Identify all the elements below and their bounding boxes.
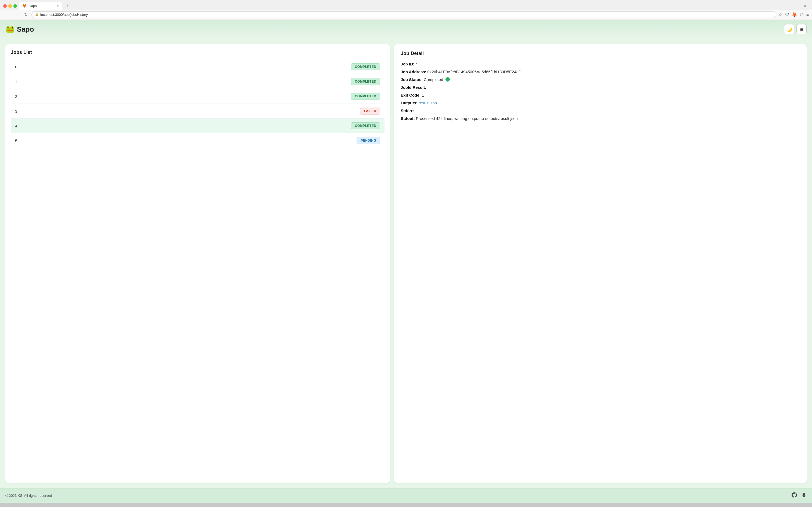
extension-icon-2[interactable]: 🦊 — [792, 12, 797, 17]
github-icon[interactable] — [792, 492, 797, 499]
exit-code-label: Exit Code: — [401, 93, 420, 97]
job-status-badge-4: COMPLETED — [351, 122, 380, 129]
browser-nav-bar: ← → ↻ 🔒 localhost:3000/app/jobsHistory ☆… — [0, 10, 812, 19]
detail-row-stdout: Stdout: Processed 424 lines, writting ou… — [401, 116, 800, 121]
stderr-label: Stderr: — [401, 108, 414, 113]
extension-icon-1[interactable]: 🛡 — [785, 12, 789, 17]
browser-titlebar: 🦊 Sapo × + ∨ — [0, 0, 812, 10]
job-status-badge-3: FAILED — [360, 108, 380, 115]
detail-row-exit-code: Exit Code: 1 — [401, 93, 800, 97]
detail-row-jobid-result: JobId Result: — [401, 85, 800, 90]
header-buttons: 🌙 ▦ — [784, 24, 807, 34]
jobs-table: 0 COMPLETED 1 COMPLETED 2 COMPLETED 3 FA… — [11, 60, 385, 148]
browser-nav-right: ☆ 🛡 🦊 ⬡ ≡ — [778, 12, 809, 17]
browser-menu-dots[interactable]: ≡ — [806, 12, 809, 17]
detail-row-stderr: Stderr: — [401, 108, 800, 113]
back-button[interactable]: ← — [3, 12, 11, 18]
address-bar[interactable]: 🔒 localhost:3000/app/jobsHistory — [32, 11, 776, 18]
browser-menu-icon[interactable]: ∨ — [803, 3, 809, 9]
job-index-2: 2 — [15, 94, 17, 99]
detail-panel-title: Job Detail — [401, 51, 800, 56]
job-status-badge-1: COMPLETED — [351, 78, 380, 85]
job-row-0[interactable]: 0 COMPLETED — [11, 60, 385, 74]
lock-icon: 🔒 — [35, 13, 39, 16]
detail-panel: Job Detail Job ID: 4 Job Address: 0x26b4… — [394, 44, 807, 483]
browser-extensions-icon[interactable]: ⬡ — [800, 12, 804, 17]
grid-view-button[interactable]: ▦ — [797, 24, 807, 34]
close-window-button[interactable] — [3, 4, 7, 8]
job-id-value: 4 — [415, 62, 417, 66]
job-index-0: 0 — [15, 65, 17, 69]
job-status-label: Job Status: — [401, 77, 423, 82]
jobs-list-title: Jobs List — [11, 50, 385, 55]
exit-code-value: 1 — [422, 93, 424, 97]
jobid-result-label: JobId Result: — [401, 85, 426, 90]
job-index-5: 5 — [15, 138, 17, 143]
forward-button[interactable]: → — [13, 12, 20, 18]
detail-row-job-id: Job ID: 4 — [401, 62, 800, 66]
job-status-badge-5: PENDING — [357, 137, 380, 144]
status-completed-icon — [446, 77, 450, 81]
footer-icons — [792, 492, 807, 499]
job-row-1[interactable]: 1 COMPLETED — [11, 74, 385, 89]
main-content: Jobs List 0 COMPLETED 1 COMPLETED 2 COMP… — [0, 39, 812, 488]
job-status-badge-2: COMPLETED — [351, 93, 380, 100]
tab-label: Sapo — [29, 4, 37, 8]
footer-copyright: © 2023 KS. All rights reserved — [5, 494, 52, 498]
dark-mode-button[interactable]: 🌙 — [784, 24, 794, 34]
detail-row-outputs: Outputs: result.json — [401, 101, 800, 105]
job-status-value: Completed — [424, 77, 443, 82]
job-id-label: Job ID: — [401, 62, 414, 66]
app-footer: © 2023 KS. All rights reserved — [0, 488, 812, 503]
job-row-5[interactable]: 5 PENDING — [11, 133, 385, 148]
refresh-button[interactable]: ↻ — [22, 11, 29, 18]
minimize-window-button[interactable] — [8, 4, 12, 8]
job-row-4[interactable]: 4 COMPLETED — [11, 119, 385, 133]
app-container: 🐸 Sapo 🌙 ▦ Jobs List 0 COMPLETED 1 — [0, 20, 812, 503]
logo-text: Sapo — [17, 25, 34, 34]
bookmark-icon[interactable]: ☆ — [778, 12, 782, 17]
logo-emoji: 🐸 — [5, 25, 15, 34]
job-index-1: 1 — [15, 79, 17, 84]
tab-close-button[interactable]: × — [57, 4, 59, 8]
job-address-value: 0x26b41E0Afe8B14945006Aa5d65f1bf130D5E24… — [427, 69, 521, 74]
detail-row-job-status: Job Status: Completed — [401, 77, 800, 82]
job-status-badge-0: COMPLETED — [351, 63, 380, 70]
grid-icon: ▦ — [800, 27, 804, 32]
stdout-label: Stdout: — [401, 116, 415, 121]
job-address-label: Job Address: — [401, 69, 426, 74]
dark-mode-icon: 🌙 — [786, 26, 792, 32]
maximize-window-button[interactable] — [13, 4, 17, 8]
url-text: localhost:3000/app/jobsHistory — [40, 13, 88, 17]
app-header: 🐸 Sapo 🌙 ▦ — [0, 20, 812, 39]
window-controls — [3, 4, 17, 8]
app-logo: 🐸 Sapo — [5, 25, 34, 34]
new-tab-button[interactable]: + — [64, 3, 71, 9]
stdout-value: Processed 424 lines, writting output to … — [416, 116, 518, 121]
browser-tab[interactable]: 🦊 Sapo × — [19, 2, 62, 10]
detail-row-job-address: Job Address: 0x26b41E0Afe8B14945006Aa5d6… — [401, 69, 800, 74]
outputs-label: Outputs: — [401, 101, 417, 105]
jobs-panel: Jobs List 0 COMPLETED 1 COMPLETED 2 COMP… — [5, 44, 390, 483]
ethereum-icon[interactable] — [801, 492, 807, 499]
browser-chrome: 🦊 Sapo × + ∨ ← → ↻ 🔒 localhost:3000/app/… — [0, 0, 812, 20]
job-row-3[interactable]: 3 FAILED — [11, 104, 385, 119]
job-row-2[interactable]: 2 COMPLETED — [11, 89, 385, 104]
job-index-3: 3 — [15, 109, 17, 113]
outputs-link[interactable]: result.json — [419, 101, 437, 105]
tab-favicon: 🦊 — [22, 4, 27, 8]
job-index-4: 4 — [15, 124, 17, 128]
